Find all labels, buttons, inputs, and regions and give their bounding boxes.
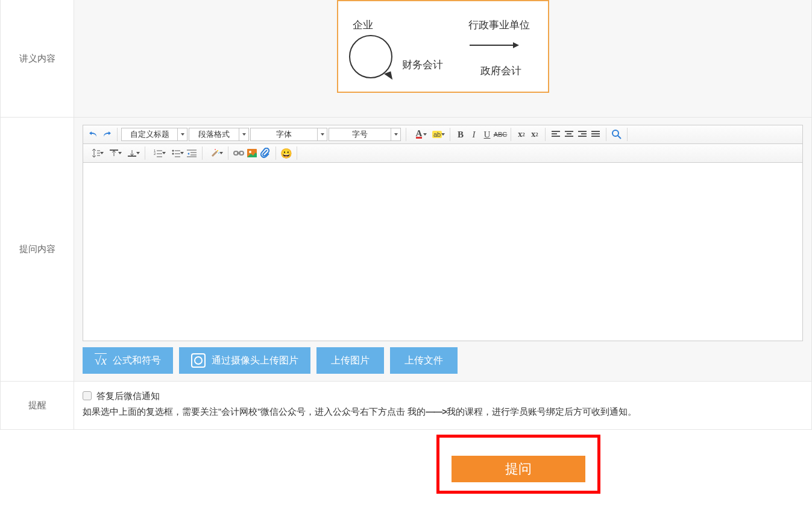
- custom-title-select[interactable]: 自定义标题: [121, 128, 187, 141]
- svg-point-11: [249, 151, 251, 153]
- upload-file-label: 上传文件: [404, 354, 443, 367]
- ordered-list-button[interactable]: 12: [149, 146, 167, 160]
- diagram-circle-icon: [349, 35, 392, 78]
- toolbar-separator: [297, 146, 297, 160]
- upload-image-button[interactable]: 上传图片: [316, 347, 384, 374]
- svg-point-3: [172, 150, 174, 152]
- strikethrough-button[interactable]: ABC: [494, 128, 507, 141]
- reminder-label: 提醒: [1, 382, 74, 429]
- reminder-row: 提醒 答复后微信通知 如果选中上面的复选框，需要关注"会计网校"微信公众号，进入…: [0, 382, 812, 430]
- align-center-button[interactable]: [562, 128, 576, 141]
- toolbar-separator: [406, 128, 406, 141]
- formula-icon: √x: [95, 354, 107, 368]
- wechat-notify-checkbox[interactable]: [83, 391, 92, 400]
- svg-point-6: [218, 153, 219, 154]
- size-select[interactable]: 字号: [329, 128, 401, 141]
- editor-toolbar-row2: 12 😀: [83, 144, 803, 163]
- svg-point-5: [217, 150, 218, 151]
- magic-format-button[interactable]: [206, 146, 224, 160]
- lecture-label: 讲义内容: [1, 0, 74, 117]
- italic-button[interactable]: I: [467, 128, 480, 141]
- upload-buttons-row: √x 公式和符号 通过摄像头上传图片 上传图片 上传文件: [83, 341, 803, 374]
- camera-icon: [191, 353, 206, 368]
- editor-section: 自定义标题 段落格式 字体 字号 A ab B I U ABC x2 x2: [74, 118, 811, 381]
- align-right-button[interactable]: [576, 128, 589, 141]
- toolbar-separator: [511, 128, 511, 141]
- reminder-content: 答复后微信通知 如果选中上面的复选框，需要关注"会计网校"微信公众号，进入公众号…: [74, 382, 811, 429]
- search-button[interactable]: [610, 128, 623, 141]
- undo-icon[interactable]: [87, 128, 100, 141]
- line-height-button[interactable]: [87, 146, 105, 160]
- reminder-hint: 如果选中上面的复选框，需要关注"会计网校"微信公众号，进入公众号右下方点击 我的…: [83, 404, 803, 420]
- formula-button[interactable]: √x 公式和符号: [83, 347, 173, 374]
- lecture-row: 讲义内容 企业 行政事业单位 财务会计 政府会计: [0, 0, 812, 118]
- submit-highlight-box: 提问: [436, 435, 600, 494]
- lecture-content: 企业 行政事业单位 财务会计 政府会计: [74, 0, 811, 117]
- unordered-list-button[interactable]: [167, 146, 185, 160]
- svg-point-7: [215, 149, 216, 150]
- attachment-button[interactable]: [259, 146, 272, 160]
- toolbar-separator: [627, 128, 628, 141]
- wechat-notify-label: 答复后微信通知: [96, 388, 160, 404]
- question-row: 提问内容 自定义标题 段落格式 字体 字号 A ab B I: [0, 118, 812, 382]
- diagram-arrow-icon: [470, 45, 518, 46]
- camera-upload-button[interactable]: 通过摄像头上传图片: [179, 347, 310, 374]
- svg-point-0: [612, 130, 618, 136]
- diagram-bottom-left: 财务会计: [402, 58, 443, 72]
- upload-image-label: 上传图片: [331, 354, 370, 367]
- svg-text:2: 2: [154, 152, 156, 156]
- toolbar-separator: [117, 128, 118, 141]
- image-button[interactable]: [245, 146, 259, 160]
- superscript-button[interactable]: x2: [515, 128, 528, 141]
- toolbar-separator: [202, 146, 203, 160]
- align-left-button[interactable]: [549, 128, 562, 141]
- subscript-button[interactable]: x2: [528, 128, 541, 141]
- row-spacing-top-button[interactable]: [105, 146, 123, 160]
- submit-section: 提问: [0, 430, 812, 494]
- emoji-button[interactable]: 😀: [280, 146, 293, 160]
- submit-button[interactable]: 提问: [452, 456, 585, 482]
- row-spacing-bottom-button[interactable]: [123, 146, 141, 160]
- svg-point-4: [172, 153, 174, 155]
- diagram-bottom-right: 政府会计: [480, 64, 521, 78]
- link-button[interactable]: [232, 146, 245, 160]
- editor-toolbar-row1: 自定义标题 段落格式 字体 字号 A ab B I U ABC x2 x2: [83, 125, 803, 144]
- toolbar-separator: [145, 146, 145, 160]
- lecture-diagram: 企业 行政事业单位 财务会计 政府会计: [337, 0, 549, 93]
- toolbar-separator: [450, 128, 450, 141]
- camera-upload-label: 通过摄像头上传图片: [212, 354, 298, 367]
- paragraph-select[interactable]: 段落格式: [189, 128, 249, 141]
- underline-button[interactable]: U: [480, 128, 494, 141]
- font-select[interactable]: 字体: [250, 128, 327, 141]
- toolbar-separator: [275, 146, 276, 160]
- toolbar-separator: [545, 128, 546, 141]
- toolbar-separator: [606, 128, 606, 141]
- backcolor-button[interactable]: ab: [428, 128, 446, 141]
- toolbar-separator: [228, 146, 228, 160]
- upload-file-button[interactable]: 上传文件: [390, 347, 458, 374]
- wechat-notify-line: 答复后微信通知: [83, 388, 803, 404]
- forecolor-button[interactable]: A: [410, 128, 428, 141]
- formula-label: 公式和符号: [113, 354, 161, 367]
- bold-button[interactable]: B: [454, 128, 467, 141]
- editor-textarea[interactable]: [83, 163, 803, 341]
- diagram-top-left: 企业: [353, 18, 373, 32]
- redo-icon[interactable]: [100, 128, 113, 141]
- diagram-top-right: 行政事业单位: [468, 18, 530, 32]
- outdent-button[interactable]: [185, 146, 198, 160]
- align-justify-button[interactable]: [589, 128, 602, 141]
- question-label: 提问内容: [1, 118, 74, 381]
